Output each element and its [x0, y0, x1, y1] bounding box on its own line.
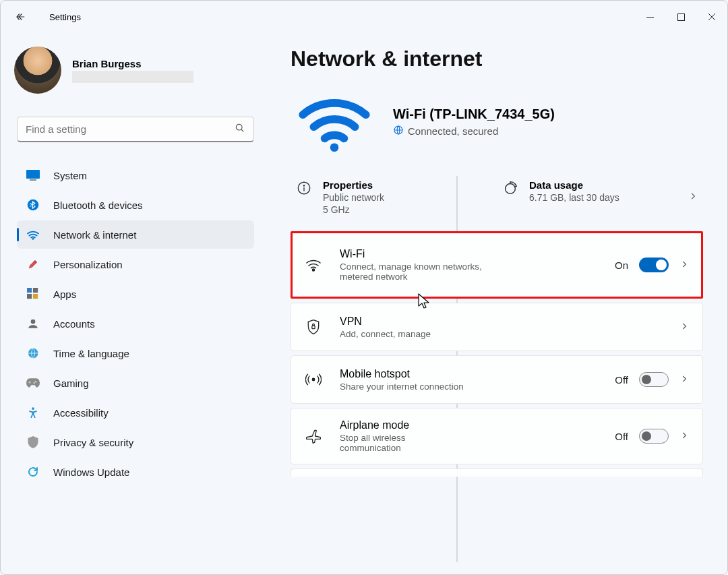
- nav-apps[interactable]: Apps: [17, 280, 254, 308]
- nav-privacy[interactable]: Privacy & security: [17, 428, 254, 456]
- hotspot-toggle-label: Off: [615, 374, 628, 386]
- data-usage-button[interactable]: Data usage 6.71 GB, last 30 days: [497, 177, 703, 218]
- network-status: Wi-Fi (TP-LINK_7434_5G) Connected, secur…: [291, 92, 703, 152]
- back-arrow-line-icon: [15, 11, 27, 23]
- nav-time-language[interactable]: Time & language: [17, 339, 254, 367]
- chevron-right-icon: [679, 374, 689, 386]
- avatar: [14, 47, 61, 94]
- airplane-toggle-label: Off: [615, 431, 628, 442]
- svg-rect-3: [30, 179, 36, 181]
- nav-label: Time & language: [53, 348, 129, 359]
- nav-label: Windows Update: [53, 466, 129, 478]
- airplane-mode-card[interactable]: Airplane mode Stop all wireless communic…: [291, 408, 703, 464]
- vpn-icon: [305, 319, 322, 335]
- wifi-toggle[interactable]: [639, 258, 669, 272]
- svg-point-5: [32, 238, 34, 240]
- wifi-large-icon: [297, 92, 371, 152]
- accessibility-icon: [26, 406, 40, 419]
- svg-rect-0: [677, 13, 684, 20]
- airplane-card-sub: Stop all wireless communication: [340, 433, 461, 453]
- hotspot-icon: [305, 373, 322, 386]
- globe-icon: [393, 125, 404, 138]
- svg-rect-9: [33, 294, 38, 299]
- minimize-icon: [646, 13, 654, 21]
- network-ssid: Wi-Fi (TP-LINK_7434_5G): [393, 107, 555, 122]
- nav-label: System: [53, 170, 87, 181]
- nav-windows-update[interactable]: Windows Update: [17, 458, 254, 486]
- svg-point-14: [32, 407, 34, 410]
- system-icon: [26, 169, 40, 182]
- wifi-settings-card[interactable]: Wi-Fi Connect, manage known networks, me…: [291, 231, 703, 299]
- chevron-right-icon: [679, 260, 689, 271]
- nav-label: Accessibility: [53, 407, 109, 419]
- close-icon: [708, 13, 716, 21]
- data-usage-title: Data usage: [529, 179, 619, 191]
- vpn-card-title: VPN: [340, 315, 431, 328]
- nav-accounts[interactable]: Accounts: [17, 309, 254, 338]
- app-title: Settings: [49, 12, 81, 22]
- properties-sub1: Public network: [323, 192, 384, 203]
- vpn-settings-card[interactable]: VPN Add, connect, manage: [291, 303, 703, 351]
- chevron-right-icon: [679, 322, 689, 333]
- wifi-toggle-label: On: [615, 260, 628, 271]
- nav-label: Privacy & security: [53, 437, 133, 448]
- hotspot-toggle[interactable]: [639, 372, 669, 387]
- window-minimize-button[interactable]: [634, 6, 665, 28]
- svg-point-22: [312, 378, 314, 380]
- nav-label: Apps: [53, 289, 76, 300]
- nav-gaming[interactable]: Gaming: [17, 369, 254, 397]
- back-button[interactable]: [9, 5, 33, 29]
- accounts-icon: [26, 317, 40, 330]
- window-maximize-button[interactable]: [665, 6, 696, 28]
- airplane-toggle[interactable]: [639, 429, 669, 444]
- airplane-icon: [305, 429, 322, 444]
- svg-point-19: [506, 184, 516, 194]
- apps-icon: [26, 287, 40, 301]
- bluetooth-icon: [26, 198, 40, 212]
- nav-personalization[interactable]: Personalization: [17, 250, 254, 278]
- nav-label: Gaming: [53, 377, 89, 389]
- gaming-icon: [26, 376, 40, 390]
- page-title: Network & internet: [291, 47, 703, 71]
- search-icon: [235, 123, 245, 136]
- svg-point-10: [31, 320, 36, 324]
- svg-point-13: [33, 382, 35, 384]
- nav-bluetooth[interactable]: Bluetooth & devices: [17, 191, 254, 219]
- profile-block[interactable]: Brian Burgess: [14, 47, 254, 94]
- network-state-text: Connected, secured: [408, 125, 498, 137]
- nav-network[interactable]: Network & internet: [17, 220, 254, 249]
- chevron-right-icon: [688, 191, 698, 204]
- mobile-hotspot-card[interactable]: Mobile hotspot Share your internet conne…: [291, 355, 703, 404]
- hotspot-card-sub: Share your internet connection: [340, 382, 464, 392]
- update-icon: [26, 465, 40, 479]
- nav-system[interactable]: System: [17, 161, 254, 189]
- wifi-card-sub: Connect, manage known networks, metered …: [340, 262, 515, 282]
- maximize-icon: [677, 13, 685, 21]
- search-input-container[interactable]: [17, 117, 254, 142]
- svg-point-18: [303, 185, 304, 186]
- properties-sub2: 5 GHz: [323, 204, 384, 215]
- time-language-icon: [26, 346, 40, 360]
- window-close-button[interactable]: [696, 6, 727, 28]
- svg-rect-21: [312, 326, 315, 328]
- next-card-stub: [291, 468, 703, 477]
- data-usage-icon: [502, 181, 518, 195]
- svg-rect-2: [26, 170, 40, 179]
- wifi-icon: [305, 258, 322, 272]
- properties-button[interactable]: Properties Public network 5 GHz: [291, 177, 497, 218]
- svg-point-12: [35, 381, 37, 383]
- sidebar-nav: System Bluetooth & devices Network & int…: [17, 161, 254, 486]
- properties-title: Properties: [323, 179, 384, 191]
- profile-subtext: [72, 71, 193, 83]
- svg-rect-8: [27, 294, 32, 299]
- search-input[interactable]: [26, 123, 235, 135]
- data-usage-sub: 6.71 GB, last 30 days: [529, 192, 619, 203]
- wifi-icon: [26, 228, 40, 241]
- nav-accessibility[interactable]: Accessibility: [17, 398, 254, 427]
- vpn-card-sub: Add, connect, manage: [340, 329, 431, 339]
- airplane-card-title: Airplane mode: [340, 419, 461, 431]
- privacy-icon: [26, 435, 40, 449]
- nav-label: Network & internet: [53, 229, 136, 241]
- nav-label: Bluetooth & devices: [53, 200, 143, 211]
- svg-point-1: [236, 124, 242, 130]
